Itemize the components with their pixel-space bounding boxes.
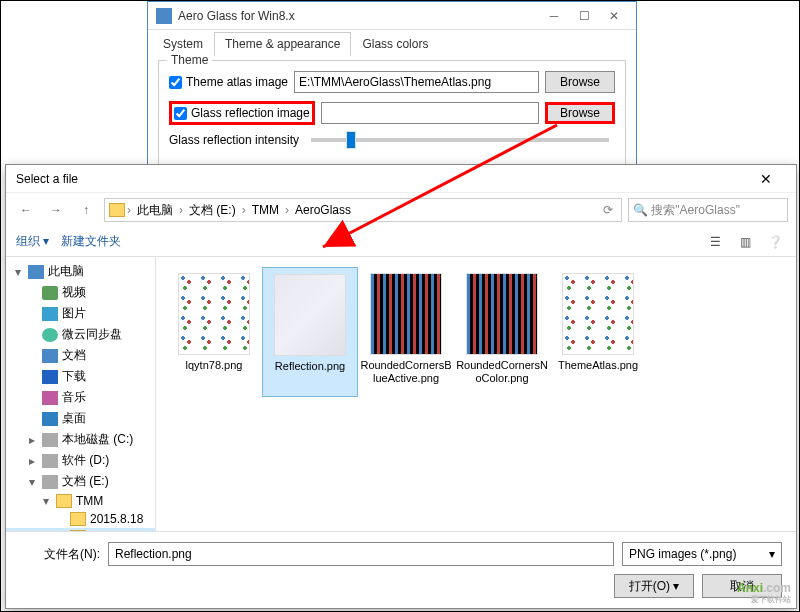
nav-bar: ← → ↑ › 此电脑› 文档 (E:)› TMM› AeroGlass ⟳ 🔍… [6,193,796,227]
crumb-1[interactable]: 文档 (E:) [185,202,240,219]
atlas-checkbox[interactable]: Theme atlas image [169,75,288,89]
search-input[interactable]: 🔍 搜索"AeroGlass" [628,198,788,222]
nav-back-button[interactable]: ← [14,198,38,222]
view-icons-button[interactable]: ☰ [704,231,726,253]
maximize-button[interactable]: ☐ [570,9,598,23]
tree-item[interactable]: ▾文档 (E:) [6,471,155,492]
file-item[interactable]: RoundedCornersBlueActive.png [358,267,454,397]
filename-input[interactable] [108,542,614,566]
folder-icon [109,203,125,217]
file-item[interactable]: RoundedCornersNoColor.png [454,267,550,397]
file-item[interactable]: lqytn78.png [166,267,262,397]
crumb-0[interactable]: 此电脑 [133,202,177,219]
help-button[interactable]: ❔ [764,231,786,253]
intensity-label: Glass reflection intensity [169,133,299,147]
window-title: Aero Glass for Win8.x [178,9,540,23]
minimize-button[interactable]: ─ [540,9,568,23]
crumb-2[interactable]: TMM [248,203,283,217]
tab-theme[interactable]: Theme & appearance [214,32,351,56]
atlas-path-input[interactable] [294,71,539,93]
nav-tree: ▾此电脑视频图片微云同步盘文档下载音乐桌面▸本地磁盘 (C:)▸软件 (D:)▾… [6,257,156,531]
tree-item[interactable]: 2015.8.18 [6,510,155,528]
dialog-titlebar: Select a file ✕ [6,165,796,193]
filter-dropdown[interactable]: PNG images (*.png)▾ [622,542,782,566]
tree-item[interactable]: ▾此电脑 [6,261,155,282]
intensity-slider[interactable] [311,138,609,142]
group-legend: Theme [167,53,212,67]
dialog-title: Select a file [16,172,746,186]
theme-groupbox: Theme Theme atlas image Browse Glass ref… [158,60,626,166]
tree-item[interactable]: 微云同步盘 [6,324,155,345]
nav-up-button[interactable]: ↑ [74,198,98,222]
breadcrumb[interactable]: › 此电脑› 文档 (E:)› TMM› AeroGlass ⟳ [104,198,622,222]
tree-item[interactable]: 文档 [6,345,155,366]
open-button[interactable]: 打开(O) ▾ [614,574,694,598]
tree-item[interactable]: ▸本地磁盘 (C:) [6,429,155,450]
settings-window: Aero Glass for Win8.x ─ ☐ ✕ System Theme… [147,1,637,171]
app-icon [156,8,172,24]
reflection-browse-button[interactable]: Browse [545,102,615,124]
toolbar: 组织 ▾ 新建文件夹 ☰ ▥ ❔ [6,227,796,257]
tree-item[interactable]: 音乐 [6,387,155,408]
tab-colors[interactable]: Glass colors [351,32,439,56]
atlas-browse-button[interactable]: Browse [545,71,615,93]
tab-bar: System Theme & appearance Glass colors [148,30,636,56]
watermark: Anxi.com 爱下软件站 [737,572,791,605]
file-item[interactable]: ThemeAtlas.png [550,267,646,397]
organize-button[interactable]: 组织 ▾ [16,233,49,250]
settings-titlebar: Aero Glass for Win8.x ─ ☐ ✕ [148,2,636,30]
view-details-button[interactable]: ▥ [734,231,756,253]
tree-item[interactable]: 下载 [6,366,155,387]
reflection-path-input[interactable] [321,102,539,124]
close-button[interactable]: ✕ [600,9,628,23]
tree-item[interactable]: ▾TMM [6,492,155,510]
tree-item[interactable]: ▸软件 (D:) [6,450,155,471]
tree-item[interactable]: 图片 [6,303,155,324]
file-list: lqytn78.pngReflection.pngRoundedCornersB… [156,257,796,531]
filename-label: 文件名(N): [20,546,100,563]
file-item[interactable]: Reflection.png [262,267,358,397]
newfolder-button[interactable]: 新建文件夹 [61,233,121,250]
dialog-bottom: 文件名(N): PNG images (*.png)▾ 打开(O) ▾ 取消 [6,531,796,608]
nav-fwd-button[interactable]: → [44,198,68,222]
crumb-3[interactable]: AeroGlass [291,203,355,217]
tree-item[interactable]: 视频 [6,282,155,303]
reflection-checkbox[interactable]: Glass reflection image [169,101,315,125]
tree-item[interactable]: 桌面 [6,408,155,429]
file-dialog: Select a file ✕ ← → ↑ › 此电脑› 文档 (E:)› TM… [5,164,797,609]
dialog-close-button[interactable]: ✕ [746,171,786,187]
